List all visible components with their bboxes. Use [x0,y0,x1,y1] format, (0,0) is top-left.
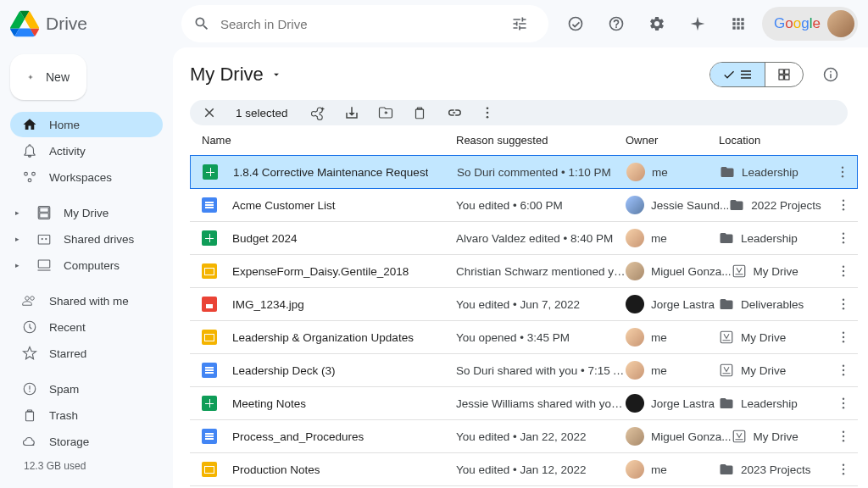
svg-point-38 [843,365,844,367]
logo-area[interactable]: Drive [10,9,171,38]
check-icon [722,68,736,81]
row-more-button[interactable] [828,164,857,180]
file-list: 1.8.4 Corrective Maintenance RequestSo D… [190,155,858,488]
reason-text: So Duri shared with you • 7:15 AM [456,364,626,377]
new-label: New [46,70,70,84]
row-more-button[interactable] [829,396,858,411]
share-button[interactable] [310,105,326,120]
table-row[interactable]: Leadership & Organization UpdatesYou ope… [190,321,858,354]
expand-icon[interactable]: ▸ [15,261,19,269]
file-type-icon [202,363,217,378]
file-name: ExpenseForm_Daisy.Gentile_2018 [232,265,409,278]
sidebar-item-my-drive[interactable]: ▸ My Drive [14,200,163,225]
move-button[interactable] [378,105,393,120]
details-button[interactable] [814,58,848,92]
svg-point-22 [842,175,843,177]
sidebar-item-shared-drives[interactable]: ▸ Shared drives [14,226,163,252]
location-cell[interactable]: Leadership [719,230,829,246]
sidebar-item-storage[interactable]: Storage [10,429,163,454]
selection-count: 1 selected [236,107,288,119]
row-more-button[interactable] [829,429,858,444]
table-header: Name Reason suggested Owner Location [190,125,839,155]
location-name: My Drive [754,265,798,278]
main-content: My Drive 1 selected [173,47,868,488]
list-icon [739,68,753,81]
sidebar-item-trash[interactable]: Trash [10,402,163,428]
expand-icon[interactable]: ▸ [15,235,19,243]
owner-avatar [626,427,644,446]
settings-button[interactable] [640,7,674,41]
table-row[interactable]: Acme Customer ListYou edited • 6:00 PMJe… [190,189,858,222]
row-more-button[interactable] [829,462,858,477]
table-row[interactable]: Leadership Deck (3)So Duri shared with y… [190,354,858,387]
location-cell[interactable]: My Drive [719,363,829,378]
row-more-button[interactable] [829,230,858,246]
clock-icon [22,319,37,335]
more-actions-button[interactable] [480,105,495,120]
link-button[interactable] [446,105,461,120]
expand-icon[interactable]: ▸ [15,208,19,217]
row-more-button[interactable] [829,330,858,345]
gemini-button[interactable] [681,7,715,41]
search-icon [193,15,210,32]
file-type-icon [202,429,217,444]
row-more-button[interactable] [829,363,858,378]
close-selection-button[interactable] [202,105,217,120]
col-name[interactable]: Name [202,134,456,147]
location-cell[interactable]: My Drive [732,429,829,444]
reason-text: Jessie Williams shared with you • ... [456,397,626,410]
grid-view-button[interactable] [765,63,803,86]
svg-point-23 [843,200,844,202]
new-button[interactable]: New [10,54,86,100]
row-more-button[interactable] [829,263,858,279]
row-more-button[interactable] [829,297,858,312]
svg-point-46 [843,440,844,441]
table-row[interactable]: Budget 2024Alvaro Valdez edited • 8:40 P… [190,222,858,255]
search-bar[interactable] [181,5,548,42]
svg-point-27 [843,237,844,239]
sidebar-item-computers[interactable]: ▸ Computers [14,252,163,278]
svg-point-25 [843,208,844,210]
account-chip[interactable]: Google [762,7,858,41]
table-row[interactable]: Process_and_ProceduresYou edited • Jan 2… [190,420,858,453]
svg-point-49 [843,473,844,474]
table-row[interactable]: 1.8.4 Corrective Maintenance RequestSo D… [190,155,858,189]
download-button[interactable] [344,105,359,120]
location-cell[interactable]: Leadership [719,396,829,411]
file-type-icon [202,230,217,246]
offline-button[interactable] [559,7,593,41]
svg-point-44 [843,431,844,433]
sidebar-item-workspaces[interactable]: Workspaces [10,164,163,190]
reason-text: You opened • 3:45 PM [456,331,626,344]
sidebar-item-home[interactable]: Home [10,112,163,137]
delete-button[interactable] [412,105,427,120]
location-cell[interactable]: My Drive [719,330,829,345]
location-name: Deliverables [741,298,804,311]
search-input[interactable] [220,17,503,31]
table-row[interactable]: Production NotesYou edited • Jan 12, 202… [190,453,858,486]
search-options-button[interactable] [503,7,537,41]
location-cell[interactable]: Deliverables [719,297,829,312]
sidebar-item-starred[interactable]: Starred [10,341,163,366]
breadcrumb-title[interactable]: My Drive [190,64,282,86]
col-reason[interactable]: Reason suggested [456,134,626,147]
sidebar-item-activity[interactable]: Activity [10,138,163,164]
reason-text: So Duri commented • 1:10 PM [457,166,626,179]
sidebar-item-recent[interactable]: Recent [10,314,163,340]
list-view-button[interactable] [710,63,765,86]
table-row[interactable]: Meeting NotesJessie Williams shared with… [190,387,858,420]
row-more-button[interactable] [829,197,858,213]
location-cell[interactable]: Leadership [720,164,828,180]
col-location[interactable]: Location [719,134,810,147]
table-row[interactable]: ExpenseForm_Daisy.Gentile_2018Christian … [190,255,858,288]
apps-button[interactable] [721,7,755,41]
sidebar-item-spam[interactable]: Spam [10,376,163,402]
location-cell[interactable]: 2022 Projects [729,197,829,213]
sidebar-item-shared-with-me[interactable]: Shared with me [10,288,163,313]
location-cell[interactable]: 2023 Projects [719,462,829,477]
svg-point-42 [843,402,844,404]
location-cell[interactable]: My Drive [732,263,829,279]
help-button[interactable] [599,7,633,41]
col-owner[interactable]: Owner [626,134,719,147]
table-row[interactable]: IMG_1234.jpgYou edited • Jun 7, 2022Jorg… [190,288,858,321]
